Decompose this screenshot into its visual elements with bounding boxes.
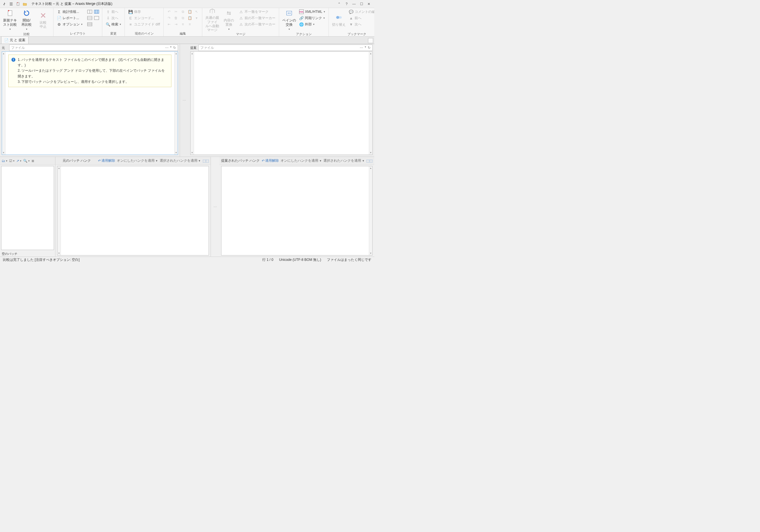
layout-tri-icon[interactable] bbox=[93, 9, 100, 15]
encode-button: Eエンコード... bbox=[127, 15, 161, 21]
indent-right-icon: ⇥ bbox=[173, 21, 179, 27]
right-file-input[interactable]: ファイル ⋯ ▼ ↻ bbox=[198, 45, 373, 51]
patch-nav-icon-r[interactable]: ⬚⬚ bbox=[366, 159, 373, 163]
patch-nav-icon[interactable]: ⬚⬚ bbox=[203, 159, 209, 163]
file-drop-icon[interactable]: ▼ bbox=[364, 46, 366, 50]
save-button: 💾保存 bbox=[127, 9, 161, 15]
next-change-button: ⇩次へ bbox=[105, 15, 122, 21]
xml-icon: XML bbox=[299, 9, 304, 14]
group-label-layout: レイアウト bbox=[56, 31, 100, 36]
redo-icon: ↷ bbox=[166, 15, 172, 21]
warn-icon: ⚠ bbox=[239, 9, 243, 14]
external-button[interactable]: 🌐外部▾ bbox=[298, 21, 326, 27]
collapse-ribbon-icon[interactable]: ⌃ bbox=[335, 1, 343, 7]
layout-stack-icon[interactable] bbox=[87, 21, 93, 27]
xml-html-button[interactable]: XMLXML/HTML▾ bbox=[298, 9, 326, 15]
minimize-icon[interactable]: — bbox=[350, 1, 358, 7]
tab-extra-button[interactable] bbox=[368, 38, 373, 43]
left-pane-label: 元 bbox=[2, 46, 7, 50]
left-editor[interactable]: ▲▼ i 1. パッチを適用するテキスト ファイルをこのペインで開きます。(右ペ… bbox=[2, 51, 178, 155]
bm-down-icon: ▼ bbox=[349, 22, 354, 26]
cancel-icon bbox=[39, 12, 47, 20]
patch-share-icon[interactable]: ↗▾ bbox=[16, 159, 22, 163]
undo-icon: ↶ bbox=[166, 9, 172, 15]
start-recompare-button[interactable]: 開始/ 再比較▾ bbox=[19, 9, 34, 31]
patch-filter-icon[interactable]: ≣ bbox=[31, 159, 34, 163]
info-box: i 1. パッチを適用するテキスト ファイルをこのペインで開きます。(右ペインで… bbox=[8, 55, 171, 87]
help-icon[interactable]: ? bbox=[343, 1, 350, 7]
apply-selected-button-r[interactable]: 選択されたハンクを適用 ▼ bbox=[323, 158, 364, 163]
layout-single-icon[interactable] bbox=[93, 15, 100, 21]
file-more-icon[interactable]: ⋯ bbox=[360, 46, 363, 50]
patch-check-icon[interactable]: ☑▾ bbox=[9, 159, 15, 163]
file-refresh-icon[interactable]: ↻ bbox=[368, 46, 371, 50]
stats-button[interactable]: Σ統計情報... bbox=[56, 9, 84, 15]
drop-icon: ▾ bbox=[193, 15, 200, 21]
unapply-button[interactable]: ↶ 適用解除 bbox=[98, 158, 115, 163]
patch-list[interactable] bbox=[1, 166, 54, 250]
svg-rect-0 bbox=[17, 3, 19, 5]
doc-icon: 📄 bbox=[4, 38, 9, 42]
search-button[interactable]: 🔍検索▾ bbox=[105, 21, 122, 27]
tabbar: 📄 元 と 提案 bbox=[0, 36, 374, 44]
layout-vert-icon[interactable] bbox=[87, 15, 93, 21]
sync-link-button[interactable]: 🔗同期リンク▾ bbox=[298, 15, 326, 21]
next-marker-button: ⚠次の不一致マーカー bbox=[238, 21, 277, 27]
apply-on-button[interactable]: オンにしたハンクを適用 ▼ bbox=[117, 158, 158, 163]
swap-pane-button[interactable]: ペインの 交換▾ bbox=[281, 9, 297, 31]
patch-row: 🗂▾ ☑▾ ↗▾ 🔍▾ ≣ 空のパッチ 元のパッチ ハンク ↶ 適用解除 オンに… bbox=[0, 157, 374, 257]
close-icon[interactable]: ✕ bbox=[365, 1, 373, 7]
maximize-icon[interactable]: ☐ bbox=[358, 1, 365, 7]
bm-up-icon: ▲ bbox=[349, 16, 354, 20]
content-swap-button: 内容の 置換▾ bbox=[221, 9, 237, 31]
right-pane-label: 提案 bbox=[190, 46, 197, 50]
new-text-compare-button[interactable]: 新規テキ スト比較▾ bbox=[2, 9, 18, 31]
open-folder-icon[interactable] bbox=[22, 1, 27, 7]
window-title: テキスト比較 – 元 と 提案 – Araxis Merge (日本語版) bbox=[31, 1, 335, 6]
svg-point-15 bbox=[336, 16, 339, 19]
svg-rect-10 bbox=[87, 23, 92, 26]
tab-compare[interactable]: 📄 元 と 提案 bbox=[1, 36, 28, 44]
bookmark-prev-button: ▲前へ bbox=[348, 15, 374, 21]
info-line-1: 1. パッチを適用するテキスト ファイルをこのペインで開きます。(右ペインでも自… bbox=[18, 57, 168, 68]
indent-icon: ≡ bbox=[187, 21, 193, 27]
bookmark-next-button: ▼次へ bbox=[348, 21, 374, 27]
apply-selected-button[interactable]: 選択されたハンクを適用 ▼ bbox=[160, 158, 201, 163]
patch-splitter[interactable]: ⋯ bbox=[211, 157, 219, 257]
splitter[interactable]: ⋯ bbox=[180, 44, 189, 157]
options-button[interactable]: ⚙オプション▾ bbox=[56, 21, 84, 27]
save-icon: 💾 bbox=[128, 9, 133, 14]
file-drop-icon[interactable]: ▼ bbox=[170, 46, 172, 50]
info-line-3: 3. 下部でパッチ ハンクをプレビューし、適用するハンクを選択します。 bbox=[18, 79, 168, 84]
warn-up-icon: ⚠ bbox=[239, 16, 243, 20]
report-button[interactable]: 📄レポート... bbox=[56, 15, 84, 21]
merge-icon bbox=[208, 8, 216, 15]
right-patch-view[interactable]: ▲▼ bbox=[221, 166, 373, 256]
arrow-down-icon: ⇩ bbox=[106, 16, 110, 20]
encode-icon: E bbox=[128, 16, 133, 20]
delete-icon: 🗑 bbox=[173, 15, 179, 21]
menu-icon[interactable] bbox=[9, 1, 14, 7]
layout-horiz-icon[interactable] bbox=[87, 9, 93, 15]
file-refresh-icon[interactable]: ↻ bbox=[173, 46, 176, 50]
apply-on-button-r[interactable]: オンにしたハンクを適用 ▼ bbox=[281, 158, 322, 163]
external-icon: 🌐 bbox=[299, 22, 304, 26]
outdent-icon: ≡ bbox=[180, 21, 186, 27]
prev-change-button: ⇧前へ bbox=[105, 9, 122, 15]
group-label-action: アクション bbox=[281, 31, 326, 37]
patch-search-icon[interactable]: 🔍▾ bbox=[23, 159, 30, 163]
file-more-icon[interactable]: ⋯ bbox=[165, 46, 168, 50]
right-editor[interactable]: ▲▼ ▲▼ bbox=[190, 51, 373, 155]
new-doc-icon[interactable] bbox=[16, 1, 21, 7]
bookmark-toggle-button: 切り替え bbox=[331, 9, 347, 31]
unapply-button-r[interactable]: ↶ 適用解除 bbox=[262, 158, 279, 163]
left-patch-view[interactable]: ▲▼ bbox=[57, 166, 209, 256]
left-file-input[interactable]: ファイル ⋯ ▼ ↻ bbox=[9, 45, 178, 51]
link-icon: 🔗 bbox=[299, 16, 304, 20]
right-patch-title: 提案されたパッチ ハンク bbox=[221, 158, 260, 163]
group-label-change: 変更 bbox=[105, 31, 122, 36]
patch-empty-label: 空のパッチ bbox=[0, 251, 55, 257]
patch-open-icon[interactable]: 🗂▾ bbox=[2, 159, 7, 163]
cursor-icon: ↖ bbox=[193, 9, 200, 15]
paste2-icon: 📋 bbox=[187, 15, 193, 21]
